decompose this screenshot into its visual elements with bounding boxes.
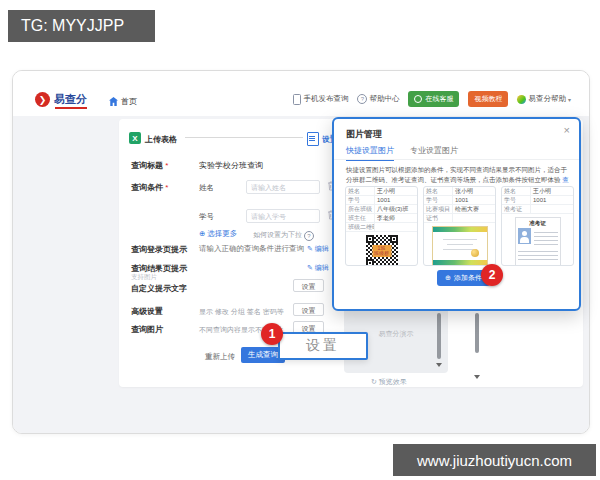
dropdown-hint-label: 如何设置为下拉 <box>253 231 302 238</box>
help-center-label: 帮助中心 <box>369 94 399 104</box>
scroll-down-icon[interactable] <box>436 363 442 367</box>
phone-icon <box>293 94 301 105</box>
nav-home-label: 首页 <box>121 96 137 107</box>
advanced-settings-button[interactable]: 设置 <box>293 303 324 316</box>
reupload-button[interactable]: 重新上传 <box>205 352 235 362</box>
tabs-divider <box>334 159 579 160</box>
preview-refresh-link[interactable]: ↻ 预览效果 <box>371 377 407 387</box>
qr-center-badge: 1班 班级群 <box>372 245 391 257</box>
custom-text-label: 自定义提示文字 <box>131 283 187 294</box>
sample-card-qr: 姓名王小明 学号1001 所在班级八年级(3)班 班主任李老师 班级二维码 1班… <box>345 186 418 266</box>
help-dropdown-label: 易查分帮助 <box>528 94 566 104</box>
login-tip-label: 查询登录页提示 <box>131 244 187 255</box>
ticket-photo <box>518 228 531 244</box>
add-condition-label: 添加条件 <box>454 273 482 283</box>
header-right: 手机发布查询 ? 帮助中心 在线客服 视频教程 易查分帮助 ▾ <box>293 91 571 107</box>
query-image-label: 查询图片 <box>131 324 163 335</box>
logo-subtitle-bar <box>55 107 87 109</box>
certificate-image <box>432 226 488 266</box>
excel-icon: X <box>129 132 141 144</box>
login-tip-value: 请输入正确的查询条件进行查询 <box>199 244 304 254</box>
step-upload-table: 上传表格 <box>145 134 177 145</box>
edit-login-tip-link[interactable]: ✎ 编辑 <box>307 244 329 254</box>
cell-label: 班级二维码 <box>346 223 375 231</box>
certificate-seal <box>471 249 479 257</box>
cell-label: 学号 <box>502 196 531 204</box>
qr-finder <box>366 235 374 243</box>
online-service-label: 在线客服 <box>425 94 453 104</box>
home-icon <box>109 97 118 106</box>
online-service-button[interactable]: 在线客服 <box>408 91 459 107</box>
query-title-value[interactable]: 实验学校分班查询 <box>199 160 263 171</box>
cell-label: 姓名 <box>424 187 453 195</box>
telegram-watermark: TG: MYYJJPP <box>8 10 155 42</box>
nav-home[interactable]: 首页 <box>109 96 137 107</box>
scrollbar[interactable] <box>475 313 479 353</box>
sample-cards: 姓名王小明 学号1001 所在班级八年级(3)班 班主任李老师 班级二维码 1班… <box>345 186 574 266</box>
scrollbar[interactable] <box>437 313 441 359</box>
help-dropdown[interactable]: 易查分帮助 ▾ <box>517 94 571 104</box>
step-divider-1 <box>185 137 303 138</box>
certificate-border-bottom <box>433 260 487 265</box>
qr-badge-line2: 班级群 <box>374 250 389 256</box>
cell-label: 所在班级 <box>346 205 375 213</box>
result-tip-sub: 支持图片 <box>131 273 157 282</box>
plus-icon: ⊕ <box>445 274 451 282</box>
cell-value: 王小明 <box>531 187 573 195</box>
advanced-settings-label: 高级设置 <box>131 306 163 317</box>
cell-value <box>531 205 573 213</box>
help-center-link[interactable]: ? 帮助中心 <box>357 94 399 104</box>
certificate-line <box>447 244 473 245</box>
app-logo[interactable]: ❯ 易查分 <box>35 92 87 107</box>
video-tutorial-label: 视频教程 <box>474 95 502 102</box>
cell-label: 姓名 <box>502 187 531 195</box>
dropdown-hint[interactable]: 如何设置为下拉 ? <box>253 230 314 241</box>
helper-icon <box>517 95 526 104</box>
close-icon[interactable]: × <box>564 124 570 136</box>
settings-callout-box[interactable]: 设置 <box>278 332 368 360</box>
query-condition-label: 查询条件 <box>131 182 168 193</box>
cell-value: 张小明 <box>453 187 495 195</box>
cell-label: 证书 <box>424 214 453 222</box>
certificate-border-top <box>433 227 487 232</box>
admission-ticket-image: 准考证 <box>515 217 561 266</box>
cell-value <box>375 223 417 231</box>
sample-card-certificate: 姓名张小明 学号1001 比赛项目绘画大赛 证书 <box>423 186 496 266</box>
scroll-down-icon[interactable] <box>474 375 480 379</box>
cell-value: 1001 <box>531 196 573 204</box>
qr-code-image: 1班 班级群 <box>366 235 398 266</box>
cell-value: 八年级(3)班 <box>375 205 417 213</box>
screenshot-canvas: { "overlays": { "tg_label": "TG: MYYJJPP… <box>0 0 600 480</box>
advanced-settings-desc: 显示 修改 分组 签名 密码等 <box>199 307 284 317</box>
video-tutorial-button[interactable]: 视频教程 <box>468 91 508 107</box>
cell-label: 准考证 <box>502 205 531 213</box>
cell-label: 班主任 <box>346 214 375 222</box>
settings-doc-icon <box>307 132 319 146</box>
condition-input-2[interactable] <box>246 209 320 223</box>
custom-text-settings-button[interactable]: 设置 <box>293 279 324 292</box>
cell-value: 1001 <box>453 196 495 204</box>
edit-result-tip-link[interactable]: ✎ 编辑 <box>307 263 329 273</box>
qr-finder <box>390 235 398 243</box>
cell-label: 学号 <box>424 196 453 204</box>
condition-name-2: 学号 <box>199 212 214 222</box>
cell-value: 李老师 <box>375 214 417 222</box>
cell-label: 姓名 <box>346 187 375 195</box>
cell-value: 1001 <box>375 196 417 204</box>
info-icon: ? <box>304 231 314 241</box>
chevron-down-icon: ▾ <box>568 96 571 103</box>
modal-title: 图片管理 <box>346 128 382 141</box>
step-badge-1: 1 <box>261 323 283 345</box>
ticket-text-lines <box>534 228 558 248</box>
condition-input-1[interactable] <box>246 180 320 194</box>
select-more-link[interactable]: ⊕ 选择更多 <box>199 229 237 239</box>
query-title-label: 查询标题 <box>131 160 168 171</box>
question-circle-icon: ? <box>357 94 367 104</box>
site-watermark: www.jiuzhoutiyucn.com <box>393 444 596 476</box>
cell-label: 比赛项目 <box>424 205 453 213</box>
mobile-publish-link[interactable]: 手机发布查询 <box>293 94 348 105</box>
cell-value: 王小明 <box>375 187 417 195</box>
image-management-modal: 图片管理 × 快捷设置图片 专业设置图片 快捷设置图片可以根据添加的条件，实现不… <box>332 117 581 311</box>
logo-text: 易查分 <box>54 94 87 105</box>
condition-name-1: 姓名 <box>199 183 214 193</box>
